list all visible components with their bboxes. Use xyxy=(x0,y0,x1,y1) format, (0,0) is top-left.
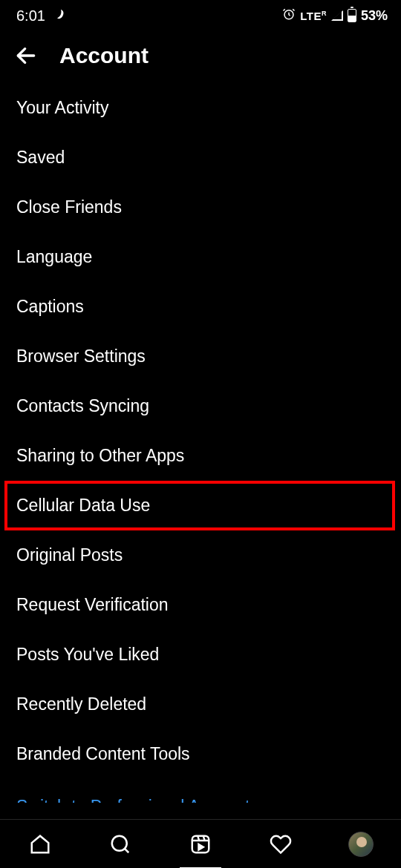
avatar xyxy=(348,832,374,857)
back-button[interactable] xyxy=(13,43,39,68)
menu-item-captions[interactable]: Captions xyxy=(0,282,401,332)
menu-item-your-activity[interactable]: Your Activity xyxy=(0,83,401,133)
header: Account xyxy=(0,30,401,83)
page-title: Account xyxy=(59,43,149,68)
alarm-icon xyxy=(282,7,296,24)
nav-profile[interactable] xyxy=(346,829,376,859)
signal-icon xyxy=(331,10,343,21)
battery-icon xyxy=(348,9,356,22)
menu-item-contacts-syncing[interactable]: Contacts Syncing xyxy=(0,381,401,431)
nav-home[interactable] xyxy=(25,829,55,859)
menu-item-close-friends[interactable]: Close Friends xyxy=(0,183,401,232)
carrier-icon xyxy=(53,7,69,24)
menu-item-branded-content-tools[interactable]: Branded Content Tools xyxy=(0,729,401,779)
network-type: LTER xyxy=(300,10,327,22)
menu-item-original-posts[interactable]: Original Posts xyxy=(0,530,401,580)
menu-item-language[interactable]: Language xyxy=(0,232,401,282)
status-right: LTER 53% xyxy=(282,7,388,24)
svg-line-3 xyxy=(125,848,128,852)
menu-item-browser-settings[interactable]: Browser Settings xyxy=(0,332,401,381)
menu-item-request-verification[interactable]: Request Verification xyxy=(0,580,401,630)
svg-point-2 xyxy=(112,835,127,850)
bottom-nav xyxy=(0,819,401,868)
svg-rect-4 xyxy=(192,835,209,852)
menu-item-sharing-other-apps[interactable]: Sharing to Other Apps xyxy=(0,431,401,481)
nav-activity[interactable] xyxy=(266,829,296,859)
menu-item-saved[interactable]: Saved xyxy=(0,133,401,183)
status-time: 6:01 xyxy=(16,7,45,24)
menu-item-switch-professional[interactable]: Switch to Professional Account xyxy=(0,779,401,803)
nav-search[interactable] xyxy=(105,829,135,859)
menu-item-posts-liked[interactable]: Posts You've Liked xyxy=(0,630,401,680)
status-bar: 6:01 LTER 53% xyxy=(0,0,401,30)
menu-item-cellular-data-use[interactable]: Cellular Data Use xyxy=(4,481,395,530)
status-left: 6:01 xyxy=(16,7,69,24)
nav-reels[interactable] xyxy=(186,829,215,859)
menu-list: Your Activity Saved Close Friends Langua… xyxy=(0,83,401,803)
menu-item-recently-deleted[interactable]: Recently Deleted xyxy=(0,680,401,729)
battery-percent: 53% xyxy=(361,8,388,24)
